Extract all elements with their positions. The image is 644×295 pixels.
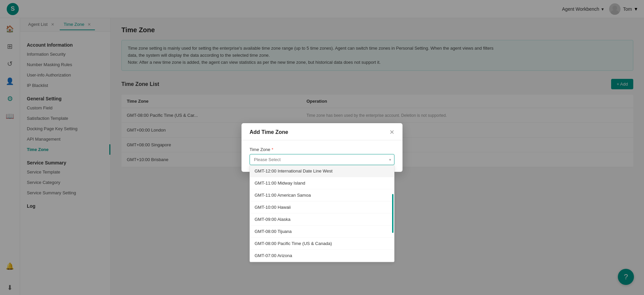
modal-body: Time Zone * ▾ GMT-12:00 International Da… [241,140,402,165]
modal-header: Add Time Zone ✕ [241,123,402,140]
timezone-select-wrapper: ▾ GMT-12:00 International Date Line West… [250,154,394,165]
timezone-field-label: Time Zone * [250,147,394,152]
modal-overlay[interactable]: Add Time Zone ✕ Time Zone * ▾ GMT-12:00 … [0,0,644,295]
dropdown-item[interactable]: GMT-08:00 Pacific Time (US & Canada) [250,238,394,250]
dropdown-item[interactable]: GMT-10:00 Hawaii [250,201,394,213]
dropdown-item[interactable]: GMT-12:00 International Date Line West [250,165,394,177]
dropdown-item[interactable]: GMT-07:00 Arizona [250,250,394,262]
dropdown-item[interactable]: GMT-11:00 American Samoa [250,189,394,201]
timezone-dropdown[interactable]: GMT-12:00 International Date Line WestGM… [250,165,394,262]
modal-title: Add Time Zone [250,129,288,135]
dropdown-item[interactable]: GMT-11:00 Midway Island [250,177,394,189]
modal-close-button[interactable]: ✕ [389,129,394,135]
dropdown-item[interactable]: GMT-08:00 Tijuana [250,226,394,238]
add-timezone-modal: Add Time Zone ✕ Time Zone * ▾ GMT-12:00 … [241,123,402,172]
required-indicator: * [272,147,273,152]
timezone-select-input[interactable] [250,154,394,165]
dropdown-item[interactable]: GMT-09:00 Alaska [250,213,394,226]
